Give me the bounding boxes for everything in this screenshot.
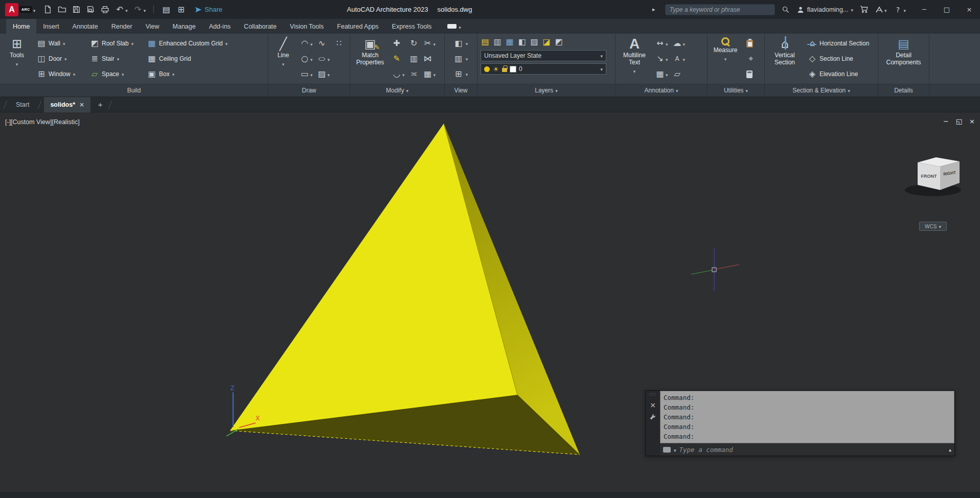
rotate-button[interactable]: ↻ [408,39,420,48]
cart-icon[interactable] [860,5,869,14]
ellipse-button[interactable]: ○ [316,54,331,63]
file-tab-start[interactable]: Start [10,97,35,112]
save-as-icon[interactable] [86,5,95,14]
command-prompt-icon[interactable] [663,447,671,453]
circle-button[interactable]: ○ [299,54,314,63]
open-folder-icon[interactable] [58,5,66,14]
trim-button[interactable]: ✂ [422,39,437,48]
revision-cloud-button[interactable]: ☁ [672,39,687,48]
help-button[interactable]: ? [893,5,906,14]
panel-label-build[interactable]: Build [0,84,268,97]
multiline-text-button[interactable]: A Multiline Text [619,36,650,84]
redo-button[interactable]: ↷ [133,5,146,14]
tools-button[interactable]: ⊞ Tools [3,36,31,84]
new-file-icon[interactable] [43,5,52,14]
tab-insert[interactable]: Insert [36,19,65,34]
erase-button[interactable]: ✎ [391,54,406,63]
user-account-button[interactable]: flaviadoming... [796,6,853,14]
autodesk-account-button[interactable] [875,5,887,14]
expand-chevron-icon[interactable]: ▸ [649,5,658,14]
app-menu-button[interactable]: A ARC [5,3,35,16]
layer-previous-icon[interactable]: ◩ [554,37,563,46]
command-window-titlebar[interactable]: ∷∷ × [646,391,660,456]
panel-label-annotation[interactable]: Annotation [616,84,707,97]
layer-properties-icon[interactable]: ▤ [481,37,490,46]
polyline-button[interactable]: ∿ [316,39,331,48]
roof-slab-button[interactable]: ◩Roof Slab [88,36,141,51]
window-close-button[interactable]: × [965,5,974,14]
wipeout-button[interactable]: ▱ [672,69,687,79]
command-window[interactable]: ∷∷ × Command: Command: Command: Command:… [645,390,955,456]
tab-featured-apps[interactable]: Featured Apps [330,19,385,34]
panel-label-utilities[interactable]: Utilities [708,84,764,97]
window-maximize-button[interactable]: □ [942,5,951,14]
window-minimize-button[interactable]: ─ [920,5,929,14]
tab-view[interactable]: View [139,19,166,34]
wall-button[interactable]: ▤Wall [35,36,84,51]
window-button[interactable]: ⊞Window [35,66,84,82]
stair-button[interactable]: ≣Stair [88,51,141,66]
mirror-button[interactable]: ⋈ [422,54,437,63]
undo-button[interactable]: ↶ [115,5,128,14]
command-history-up-icon[interactable]: ▴ [949,447,951,453]
layer-sun-icon[interactable]: ☀ [492,64,499,74]
layer-isolate-icon[interactable]: ▦ [505,37,514,46]
named-views-button[interactable]: ◧ [452,36,470,51]
tab-express-tools[interactable]: Express Tools [385,19,439,34]
offset-button[interactable]: ≍ [408,69,420,79]
plot-icon[interactable] [101,5,109,14]
panel-label-details[interactable]: Details [878,84,929,97]
arc-button[interactable]: ◠ [299,39,314,48]
move-button[interactable]: ✚ [391,39,406,48]
match-properties-button[interactable]: ▣✎ Match Properties [353,36,387,84]
array-button[interactable]: ▦ [422,69,437,79]
hatch-button[interactable]: ▨ [316,69,331,79]
point-button[interactable]: ∷ [333,39,345,48]
viewports-button[interactable]: ▥ [452,51,470,66]
command-history[interactable]: Command: Command: Command: Command: Comm… [660,391,954,443]
command-input[interactable] [679,446,946,454]
layer-freeze-icon[interactable]: ◧ [517,37,527,46]
share-button[interactable]: Share [195,6,222,13]
space-button[interactable]: ▱Space [88,66,141,82]
fillet-button[interactable]: ◡ [391,69,406,79]
text-style-button[interactable]: A [672,54,687,63]
sheet-set-icon[interactable]: ⊞ [176,5,186,14]
layer-unlock-icon[interactable] [502,68,507,72]
tab-render[interactable]: Render [105,19,139,34]
paste-button[interactable] [744,36,758,51]
layer-color-swatch[interactable] [510,66,516,73]
tab-home[interactable]: Home [6,19,36,34]
search-input[interactable] [665,4,775,15]
tab-collaborate[interactable]: Collaborate [237,19,283,34]
line-button[interactable]: ╱ Line [271,36,295,84]
rectangle-button[interactable]: ▭ [299,69,314,79]
layer-state-dropdown[interactable]: Unsaved Layer State [481,50,606,61]
solid-front-face[interactable] [230,124,517,431]
quick-calc-button[interactable] [744,66,758,82]
copy-button[interactable]: ▥ [408,54,420,63]
wcs-dropdown[interactable]: WCS [919,222,947,231]
horizontal-section-button[interactable]: ⌂ Horizontal Section [806,36,871,51]
search-icon[interactable] [782,6,790,14]
tab-annotate[interactable]: Annotate [66,19,105,34]
id-point-button[interactable]: ⌖ [744,51,758,66]
leader-button[interactable]: ↘ [654,54,669,63]
save-icon[interactable] [72,5,81,14]
drawing-viewport[interactable]: [-][Custom View][Realistic] − ◱ × [0,112,980,492]
ucs-button[interactable]: ⊞ [452,66,470,82]
panel-label-draw[interactable]: Draw [268,84,350,97]
tab-close-icon[interactable]: × [79,101,84,108]
dimension-button[interactable]: ↔ [654,39,669,48]
layer-on-bulb-icon[interactable] [484,66,490,72]
new-tab-button[interactable]: + [95,99,106,110]
enhanced-custom-grid-button[interactable]: ▦Enhanced Custom Grid [145,36,245,51]
command-close-icon[interactable]: × [650,401,656,409]
layer-dropdown[interactable]: ☀ 0 [481,63,606,75]
tab-manage[interactable]: Manage [166,19,202,34]
layer-lock-icon[interactable]: ◪ [542,37,551,46]
layout-icon[interactable]: ▤ [162,5,171,14]
layer-match-icon[interactable]: ▥ [493,37,502,46]
panel-label-section-elevation[interactable]: Section & Elevation [765,84,878,97]
viewcube[interactable]: FRONT RIGHT [902,144,969,198]
